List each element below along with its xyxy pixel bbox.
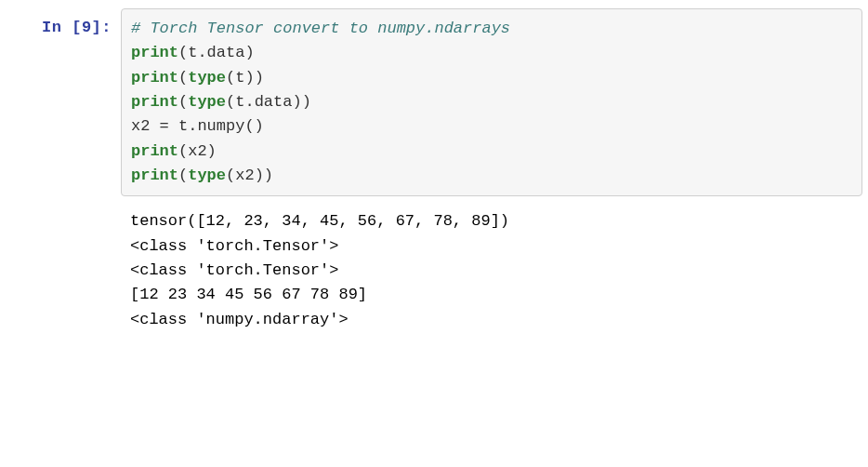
code-text: x2 = t.numpy() [131,117,264,135]
code-text: (t.data)) [226,93,311,111]
code-text: (t.data) [178,44,255,61]
output-cell: tensor([12, 23, 34, 45, 56, 67, 78, 89])… [0,200,868,338]
output-line: <class 'torch.Tensor'> [130,234,859,259]
code-comment: # Torch Tensor convert to numpy.ndarrays [131,20,510,37]
code-text: ( [178,69,188,87]
code-line-comment: # Torch Tensor convert to numpy.ndarrays [131,17,852,41]
fn-print: print [131,93,178,111]
code-output-area: tensor([12, 23, 34, 45, 56, 67, 78, 89])… [121,204,868,334]
code-text: (x2)) [226,167,273,184]
fn-type: type [188,69,226,87]
output-prompt [0,204,121,211]
output-line: [12 23 34 45 56 67 78 89] [130,283,859,307]
code-line: print(x2) [131,140,852,164]
fn-print: print [131,69,178,87]
input-prompt: In [9]: [0,8,121,40]
output-line: <class 'torch.Tensor'> [130,259,859,283]
code-line: print(type(t)) [131,66,852,90]
fn-print: print [131,167,178,184]
fn-print: print [131,44,178,61]
code-text: ( [178,167,188,184]
code-line: print(type(t.data)) [131,90,852,114]
output-line: tensor([12, 23, 34, 45, 56, 67, 78, 89]) [130,209,859,234]
output-line: <class 'numpy.ndarray'> [130,308,859,332]
fn-type: type [188,93,226,111]
code-text: ( [178,93,188,111]
fn-type: type [188,167,226,184]
code-input-area[interactable]: # Torch Tensor convert to numpy.ndarrays… [121,8,862,196]
code-line: print(type(x2)) [131,164,852,188]
code-text: (t)) [226,69,264,87]
code-cell: In [9]: # Torch Tensor convert to numpy.… [0,5,868,200]
code-line: print(t.data) [131,41,852,65]
fn-print: print [131,142,178,160]
code-text: (x2) [178,142,217,160]
code-line: x2 = t.numpy() [131,114,852,139]
